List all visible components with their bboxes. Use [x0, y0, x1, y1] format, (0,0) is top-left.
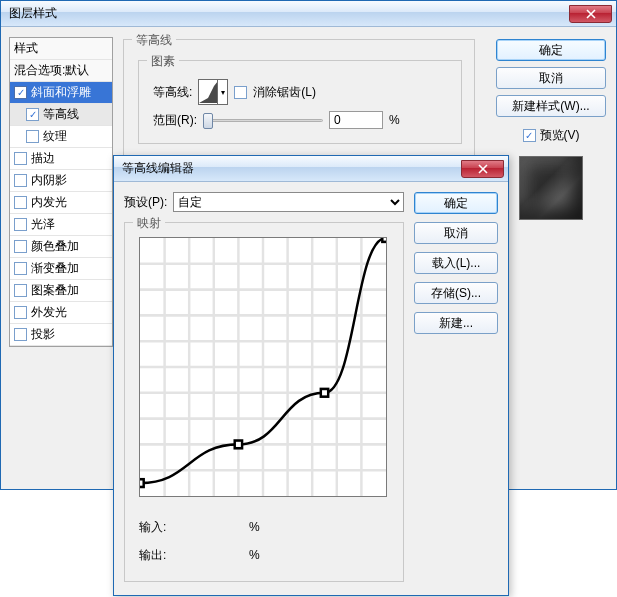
parent-close-button[interactable] [569, 5, 612, 23]
editor-save-button[interactable]: 存储(S)... [414, 282, 498, 304]
preview-checkbox[interactable] [523, 129, 536, 142]
style-checkbox[interactable] [14, 218, 27, 231]
output-label: 输出: [139, 547, 189, 564]
style-item[interactable]: 内发光 [10, 192, 112, 214]
new-style-button[interactable]: 新建样式(W)... [496, 95, 606, 117]
contour-picker[interactable]: ▾ [198, 79, 228, 105]
style-checkbox[interactable] [14, 306, 27, 319]
contour-label: 等高线: [153, 84, 192, 101]
style-checkbox[interactable] [14, 284, 27, 297]
curve-point[interactable] [382, 238, 386, 242]
child-left-panel: 预设(P): 自定 映射 [124, 192, 404, 582]
style-item[interactable]: 描边 [10, 148, 112, 170]
chevron-down-icon[interactable]: ▾ [217, 80, 227, 104]
style-label: 投影 [31, 326, 55, 343]
style-checkbox[interactable] [14, 262, 27, 275]
style-label: 描边 [31, 150, 55, 167]
curve-point[interactable] [321, 389, 328, 397]
editor-load-button[interactable]: 载入(L)... [414, 252, 498, 274]
output-unit: % [249, 548, 260, 562]
range-unit: % [389, 113, 400, 127]
styles-header[interactable]: 样式 [10, 38, 112, 60]
style-label: 颜色叠加 [31, 238, 79, 255]
preview-row: 预览(V) [496, 127, 606, 144]
style-label: 等高线 [43, 106, 79, 123]
style-item[interactable]: 斜面和浮雕 [10, 82, 112, 104]
child-title: 等高线编辑器 [114, 160, 194, 177]
ok-button[interactable]: 确定 [496, 39, 606, 61]
range-value-input[interactable]: 0 [329, 111, 383, 129]
contour-editor-dialog: 等高线编辑器 预设(P): 自定 映射 [113, 155, 509, 596]
style-item[interactable]: 纹理 [10, 126, 112, 148]
style-label: 斜面和浮雕 [31, 84, 91, 101]
child-button-column: 确定 取消 载入(L)... 存储(S)... 新建... [414, 192, 498, 334]
style-checkbox[interactable] [14, 240, 27, 253]
range-slider[interactable] [203, 111, 323, 129]
style-item[interactable]: 外发光 [10, 302, 112, 324]
style-label: 内阴影 [31, 172, 67, 189]
range-label: 范围(R): [153, 112, 197, 129]
styles-list: 样式 混合选项:默认 斜面和浮雕等高线纹理描边内阴影内发光光泽颜色叠加渐变叠加图… [9, 37, 113, 347]
curve-point[interactable] [140, 479, 144, 487]
grid-lines [140, 238, 386, 496]
parent-button-column: 确定 取消 新建样式(W)... 预览(V) [496, 39, 606, 220]
preset-select[interactable]: 自定 [173, 192, 404, 212]
preset-label: 预设(P): [124, 194, 167, 211]
contour-groupbox: 等高线 图素 等高线: ▾ 消除锯齿(L) 范围(R): [123, 39, 475, 157]
style-checkbox[interactable] [14, 86, 27, 99]
editor-ok-button[interactable]: 确定 [414, 192, 498, 214]
io-rows: 输入:% 输出:% [139, 513, 260, 569]
map-legend: 映射 [133, 215, 165, 232]
parent-titlebar[interactable]: 图层样式 [1, 1, 616, 27]
style-label: 渐变叠加 [31, 260, 79, 277]
style-item[interactable]: 等高线 [10, 104, 112, 126]
contour-thumb-icon [199, 80, 219, 104]
style-item[interactable]: 投影 [10, 324, 112, 346]
inner-legend: 图素 [147, 53, 179, 70]
style-item[interactable]: 渐变叠加 [10, 258, 112, 280]
style-label: 外发光 [31, 304, 67, 321]
child-titlebar[interactable]: 等高线编辑器 [114, 156, 508, 182]
preview-thumbnail [519, 156, 583, 220]
style-checkbox[interactable] [26, 108, 39, 121]
style-item[interactable]: 光泽 [10, 214, 112, 236]
style-label: 内发光 [31, 194, 67, 211]
style-checkbox[interactable] [26, 130, 39, 143]
contour-graph[interactable] [139, 237, 387, 497]
style-label: 图案叠加 [31, 282, 79, 299]
style-checkbox[interactable] [14, 328, 27, 341]
input-label: 输入: [139, 519, 189, 536]
style-item[interactable]: 图案叠加 [10, 280, 112, 302]
close-icon [586, 9, 596, 19]
style-label: 纹理 [43, 128, 67, 145]
close-icon [478, 164, 488, 174]
input-unit: % [249, 520, 260, 534]
map-groupbox: 映射 输入:% 输出:% [124, 222, 404, 582]
antialias-checkbox[interactable] [234, 86, 247, 99]
blend-options-header[interactable]: 混合选项:默认 [10, 60, 112, 82]
style-checkbox[interactable] [14, 174, 27, 187]
parent-title: 图层样式 [1, 5, 57, 22]
preview-label: 预览(V) [540, 127, 580, 144]
editor-cancel-button[interactable]: 取消 [414, 222, 498, 244]
cancel-button[interactable]: 取消 [496, 67, 606, 89]
style-checkbox[interactable] [14, 196, 27, 209]
style-label: 光泽 [31, 216, 55, 233]
style-item[interactable]: 颜色叠加 [10, 236, 112, 258]
child-close-button[interactable] [461, 160, 504, 178]
editor-new-button[interactable]: 新建... [414, 312, 498, 334]
curve-point[interactable] [235, 441, 242, 449]
groupbox-legend: 等高线 [132, 32, 176, 49]
antialias-label: 消除锯齿(L) [253, 84, 316, 101]
element-groupbox: 图素 等高线: ▾ 消除锯齿(L) 范围(R): [138, 60, 462, 144]
style-checkbox[interactable] [14, 152, 27, 165]
style-item[interactable]: 内阴影 [10, 170, 112, 192]
